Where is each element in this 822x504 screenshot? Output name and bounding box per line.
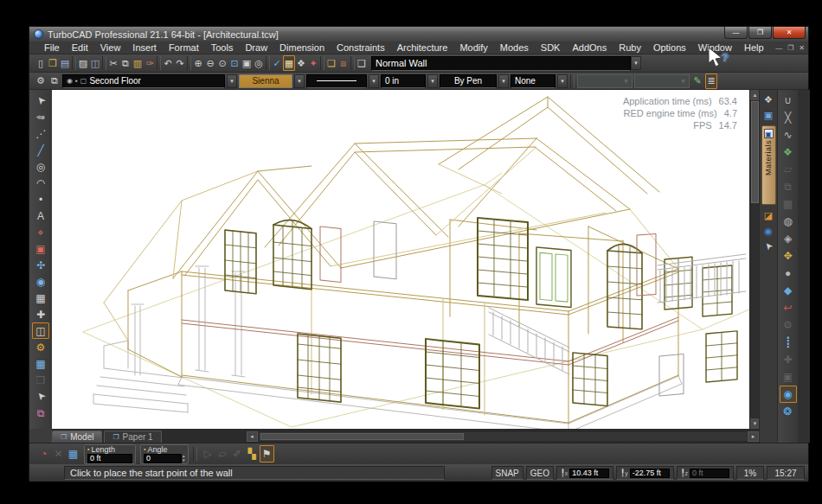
arc-icon[interactable]: ◠: [32, 175, 49, 191]
select-3d-icon[interactable]: ✦: [307, 55, 319, 71]
palette-select-icon[interactable]: ❖: [761, 92, 776, 107]
menu-format[interactable]: Format: [163, 42, 205, 53]
shaded-sphere-icon[interactable]: ◍: [780, 213, 797, 230]
zoom-level[interactable]: 1%: [736, 466, 764, 480]
bend-icon[interactable]: ↩: [780, 299, 797, 316]
undo-icon[interactable]: ↶: [162, 55, 174, 71]
color-swatch-button[interactable]: Sienna: [239, 74, 292, 88]
link-blocks-icon[interactable]: ❖: [780, 144, 797, 161]
screw-icon[interactable]: ┋: [780, 334, 797, 351]
library-icon[interactable]: ❏: [325, 55, 337, 71]
print-preview-icon[interactable]: ◫: [89, 55, 101, 71]
text-icon[interactable]: A: [32, 207, 49, 224]
x-coordinate-input[interactable]: [569, 469, 609, 478]
paper-tab[interactable]: ❒ Paper 1: [104, 431, 161, 443]
layer-visibility-icon[interactable]: ◉: [67, 77, 73, 85]
window-close-button[interactable]: ✕: [773, 27, 806, 39]
brush-dropdown-button[interactable]: ▾: [498, 74, 509, 88]
layer-checkbox-icon[interactable]: ▢: [80, 77, 87, 85]
camera-orbit-icon[interactable]: ◉: [780, 386, 797, 403]
line-icon[interactable]: ╱: [32, 142, 49, 158]
menu-draw[interactable]: Draw: [239, 42, 273, 53]
zoom-previous-icon[interactable]: ⊙: [216, 55, 228, 71]
menu-file[interactable]: File: [38, 42, 66, 53]
window-tool-icon[interactable]: ▦: [32, 355, 49, 372]
sphere-icon[interactable]: ●: [780, 265, 797, 282]
menu-ruby[interactable]: Ruby: [613, 42, 647, 53]
pipes-icon[interactable]: ╳: [780, 109, 797, 126]
mdi-close-button[interactable]: ✕: [799, 44, 805, 52]
cone-icon[interactable]: ◆: [780, 282, 797, 299]
vertical-scrollbar[interactable]: ▴ ▾: [749, 90, 759, 429]
color-dropdown-button[interactable]: ▾: [294, 74, 305, 88]
vertical-scroll-thumb[interactable]: [751, 101, 759, 203]
hatch-combobox[interactable]: None: [511, 74, 555, 88]
clipboard-icon[interactable]: ❑: [356, 55, 368, 71]
menu-tools[interactable]: Tools: [205, 42, 240, 53]
angle-spinner[interactable]: ▴▾: [183, 454, 185, 463]
snap-toggle-icon[interactable]: ✓: [271, 55, 283, 71]
pen-width-dropdown-button[interactable]: ▾: [427, 74, 438, 88]
mdi-restore-button[interactable]: ❐: [787, 44, 793, 52]
hscroll-right-button[interactable]: ▸: [748, 431, 759, 442]
mdi-minimize-button[interactable]: —: [775, 44, 782, 52]
cut-icon[interactable]: ✂: [107, 55, 119, 71]
menu-edit[interactable]: Edit: [66, 42, 94, 53]
length-input[interactable]: [87, 454, 132, 463]
menu-constraints[interactable]: Constraints: [331, 42, 391, 53]
palette-picker-icon[interactable]: ➤: [757, 235, 779, 257]
redo-icon[interactable]: ↷: [174, 55, 186, 71]
dimension-icon[interactable]: ⌖: [32, 224, 49, 240]
wall-style-combobox[interactable]: Normal Wall: [371, 56, 631, 71]
move-icon[interactable]: ✚: [32, 306, 49, 322]
palette-camera-icon[interactable]: ▣: [761, 107, 776, 123]
length-lock-icon[interactable]: ▪: [87, 446, 89, 452]
paste-icon[interactable]: ▥: [132, 55, 144, 71]
pen-width-combobox[interactable]: 0 in: [381, 74, 426, 88]
title-bar[interactable]: TurboCAD Professional 21.1 64-bit - [Arc…: [29, 27, 808, 41]
brush-combobox[interactable]: By Pen: [440, 74, 497, 88]
line-style-dropdown-button[interactable]: ▾: [369, 74, 379, 88]
snap-3d-icon[interactable]: ✣: [32, 257, 49, 273]
layer-stack-icon[interactable]: ≣: [705, 73, 717, 89]
palette-render-icon[interactable]: ◪: [761, 207, 776, 223]
arch-gear-icon[interactable]: ⚙: [32, 339, 49, 355]
snap-toggle[interactable]: SNAP: [491, 466, 523, 480]
horizontal-scrollbar[interactable]: [258, 431, 748, 442]
window-minimize-button[interactable]: —: [724, 27, 748, 39]
point-icon[interactable]: •: [32, 191, 49, 207]
horizontal-scroll-thumb[interactable]: [260, 433, 464, 440]
hatch-dropdown-button[interactable]: ▾: [557, 74, 568, 88]
menu-insert[interactable]: Insert: [126, 42, 163, 53]
calculator-icon[interactable]: ▦: [66, 445, 80, 463]
shield-icon[interactable]: ▚: [245, 445, 260, 463]
angle-compass-icon[interactable]: ◔: [36, 445, 51, 463]
copy-icon[interactable]: ⧉: [119, 55, 132, 71]
menu-view[interactable]: View: [94, 42, 127, 53]
settings-gear-icon[interactable]: ⚙: [35, 73, 47, 89]
materials-palette-tab[interactable]: ▣ Materials: [761, 125, 776, 205]
menu-help[interactable]: Help: [738, 42, 770, 53]
new-icon[interactable]: ▯: [35, 55, 47, 71]
y-coordinate-input[interactable]: [630, 469, 670, 478]
angle-lock-icon[interactable]: ▪: [144, 446, 145, 452]
line-style-combobox[interactable]: [306, 74, 367, 88]
export-icon[interactable]: ⧈: [337, 55, 350, 71]
select-2d-icon[interactable]: ❖: [295, 55, 307, 71]
coordinate-grid-icon[interactable]: ▦: [283, 55, 295, 71]
angle-input[interactable]: [144, 454, 182, 463]
open-icon[interactable]: ❒: [47, 55, 59, 71]
pen-edit-icon[interactable]: ✎: [691, 73, 703, 89]
flag-icon[interactable]: ⚑: [260, 445, 274, 463]
insert-picture-icon[interactable]: ▣: [32, 240, 49, 257]
menu-modify[interactable]: Modify: [453, 42, 493, 53]
walk-path-icon[interactable]: ❂: [780, 403, 797, 420]
wall-tool-icon[interactable]: ◫: [32, 322, 49, 339]
aerial-view-icon[interactable]: ◎: [253, 55, 265, 71]
model-tab[interactable]: ❒ Model: [52, 431, 102, 443]
profile-icon[interactable]: ∪: [780, 92, 797, 109]
save-icon[interactable]: ▤: [59, 55, 71, 71]
zoom-out-icon[interactable]: ⊖: [204, 55, 216, 71]
circle-icon[interactable]: ◎: [32, 158, 49, 175]
spring-icon[interactable]: ∿: [780, 126, 797, 144]
